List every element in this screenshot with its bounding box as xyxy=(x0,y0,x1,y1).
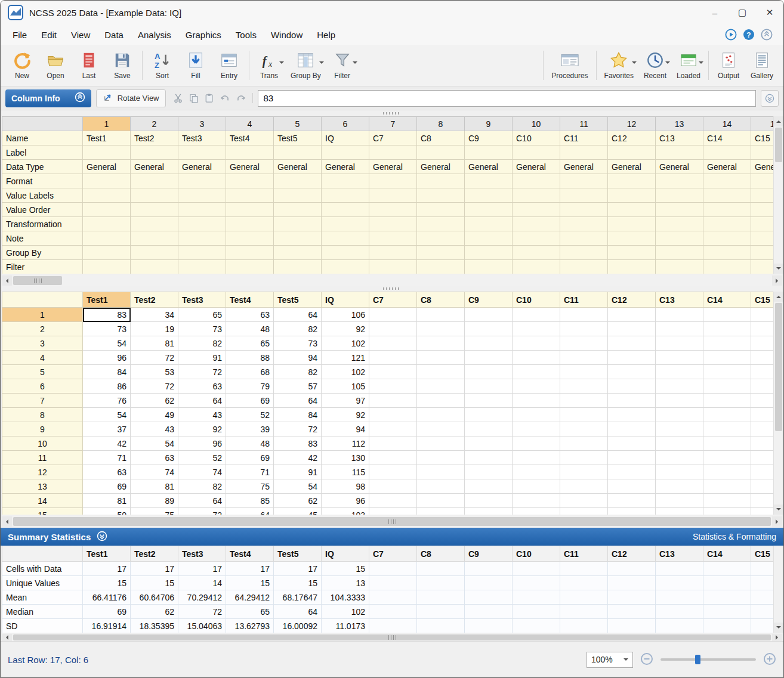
data-cell[interactable] xyxy=(751,308,774,322)
data-cell[interactable]: 52 xyxy=(178,451,226,465)
ci-cell[interactable] xyxy=(751,145,774,160)
data-column-header[interactable]: C7 xyxy=(369,292,417,308)
data-cell[interactable]: 65 xyxy=(178,308,226,322)
data-cell[interactable] xyxy=(465,479,513,494)
data-cell[interactable]: 50 xyxy=(83,508,131,515)
data-cell[interactable] xyxy=(369,422,417,436)
ci-cell[interactable]: Test2 xyxy=(131,131,178,145)
data-cell[interactable]: 64 xyxy=(274,394,322,408)
data-cell[interactable] xyxy=(417,408,465,422)
data-row-number[interactable]: 6 xyxy=(2,379,83,394)
ci-column-number[interactable]: 3 xyxy=(178,117,226,131)
data-cell[interactable] xyxy=(417,508,465,515)
data-cell[interactable]: 94 xyxy=(274,351,322,365)
data-cell[interactable] xyxy=(751,422,774,436)
column-info-horizontal-scrollbar[interactable] xyxy=(2,275,782,286)
ci-cell[interactable] xyxy=(417,246,465,260)
ci-cell[interactable] xyxy=(226,217,274,231)
data-cell[interactable] xyxy=(513,322,560,336)
ci-cell[interactable]: C12 xyxy=(608,131,656,145)
ci-cell[interactable] xyxy=(131,246,178,260)
data-cell[interactable]: 102 xyxy=(322,336,369,351)
data-column-header[interactable]: C9 xyxy=(465,292,513,308)
data-cell[interactable]: 34 xyxy=(131,308,178,322)
data-cell[interactable] xyxy=(751,451,774,465)
data-cell[interactable] xyxy=(513,365,560,379)
ci-cell[interactable] xyxy=(131,231,178,246)
data-cell[interactable] xyxy=(703,465,751,479)
data-cell[interactable] xyxy=(465,365,513,379)
zoom-out-button[interactable] xyxy=(640,652,653,667)
data-column-header[interactable]: C15 xyxy=(751,292,774,308)
data-cell[interactable]: 69 xyxy=(226,451,274,465)
data-cell[interactable] xyxy=(465,508,513,515)
data-cell[interactable] xyxy=(369,365,417,379)
help-circle-icon[interactable]: ? xyxy=(743,29,755,41)
ci-cell[interactable] xyxy=(608,231,656,246)
ci-cell[interactable] xyxy=(83,145,131,160)
data-cell[interactable] xyxy=(656,365,703,379)
ci-cell[interactable] xyxy=(703,174,751,188)
ci-cell[interactable] xyxy=(608,174,656,188)
ci-cell[interactable] xyxy=(703,188,751,203)
data-cell[interactable] xyxy=(560,436,608,451)
data-cell[interactable]: 82 xyxy=(274,322,322,336)
ci-cell[interactable] xyxy=(274,203,322,217)
ci-column-number[interactable]: 1 xyxy=(83,117,131,131)
ci-column-number[interactable]: 11 xyxy=(560,117,608,131)
ci-cell[interactable] xyxy=(560,145,608,160)
data-row-number[interactable]: 2 xyxy=(2,322,83,336)
toolbar-button-entry[interactable]: Entry xyxy=(212,46,246,85)
ci-column-number[interactable]: 8 xyxy=(417,117,465,131)
ci-cell[interactable] xyxy=(751,174,774,188)
data-cell[interactable]: 82 xyxy=(178,479,226,494)
ci-cell[interactable] xyxy=(131,188,178,203)
data-cell[interactable] xyxy=(465,465,513,479)
data-cell[interactable] xyxy=(703,394,751,408)
ci-cell[interactable] xyxy=(369,246,417,260)
data-cell-selected[interactable]: 83 xyxy=(83,308,131,322)
ci-cell[interactable]: Test3 xyxy=(178,131,226,145)
data-cell[interactable] xyxy=(417,479,465,494)
data-cell[interactable] xyxy=(608,451,656,465)
ci-cell[interactable] xyxy=(656,145,703,160)
data-cell[interactable] xyxy=(513,379,560,394)
ci-cell[interactable] xyxy=(178,260,226,274)
data-cell[interactable]: 64 xyxy=(274,308,322,322)
data-cell[interactable]: 97 xyxy=(322,394,369,408)
ci-cell[interactable] xyxy=(83,174,131,188)
ci-cell[interactable] xyxy=(703,203,751,217)
data-cell[interactable]: 68 xyxy=(226,365,274,379)
ci-column-number[interactable]: 15 xyxy=(751,117,774,131)
data-cell[interactable]: 19 xyxy=(131,322,178,336)
data-cell[interactable]: 39 xyxy=(226,422,274,436)
data-cell[interactable]: 37 xyxy=(83,422,131,436)
ci-cell[interactable]: General xyxy=(656,160,703,174)
data-cell[interactable] xyxy=(417,379,465,394)
ci-cell[interactable] xyxy=(751,217,774,231)
toolbar-button-groupby[interactable]: Group By xyxy=(286,46,326,85)
ci-cell[interactable]: General xyxy=(178,160,226,174)
ci-cell[interactable] xyxy=(322,174,369,188)
ci-cell[interactable] xyxy=(656,203,703,217)
data-cell[interactable] xyxy=(608,365,656,379)
ci-cell[interactable] xyxy=(226,145,274,160)
ci-cell[interactable] xyxy=(369,217,417,231)
ci-column-number[interactable]: 2 xyxy=(131,117,178,131)
ci-cell[interactable] xyxy=(703,260,751,274)
menu-help[interactable]: Help xyxy=(310,26,342,44)
ci-cell[interactable] xyxy=(656,217,703,231)
cell-value-field[interactable]: 83 xyxy=(258,90,756,107)
data-cell[interactable] xyxy=(417,322,465,336)
data-cell[interactable]: 71 xyxy=(226,465,274,479)
ci-cell[interactable] xyxy=(369,260,417,274)
ci-cell[interactable]: General xyxy=(226,160,274,174)
ci-cell[interactable] xyxy=(513,217,560,231)
grid-splitter[interactable] xyxy=(1,286,783,292)
data-cell[interactable] xyxy=(417,365,465,379)
toolbar-button-fill[interactable]: Fill xyxy=(179,46,212,85)
ci-cell[interactable] xyxy=(83,188,131,203)
minimize-button[interactable]: – xyxy=(701,1,729,24)
data-cell[interactable] xyxy=(560,379,608,394)
data-cell[interactable]: 83 xyxy=(274,436,322,451)
